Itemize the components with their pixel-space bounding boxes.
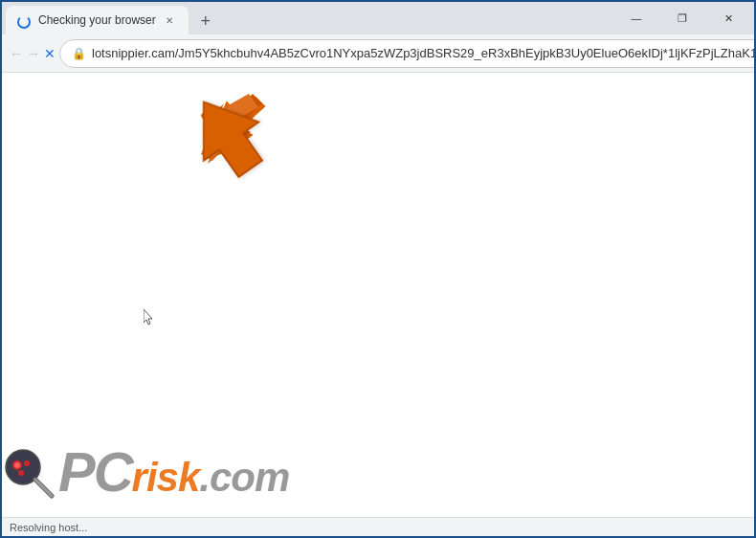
loading-spinner — [17, 15, 31, 29]
tab-close-button[interactable]: ✕ — [162, 12, 177, 28]
pcrisk-text: PC risk .com — [58, 444, 289, 500]
svg-point-5 — [24, 460, 30, 466]
new-tab-button[interactable]: + — [192, 8, 219, 34]
forward-button[interactable]: → — [27, 39, 40, 68]
risk-label: risk — [132, 458, 200, 498]
status-bar: Resolving host... — [2, 517, 754, 536]
svg-point-6 — [18, 470, 24, 476]
tab-title: Checking your browser — [38, 13, 156, 27]
tab-favicon — [17, 12, 33, 28]
browser-window: Checking your browser ✕ + — ❐ ✕ ← → ✕ 🔒 … — [2, 2, 754, 536]
lock-icon: 🔒 — [72, 47, 86, 60]
pc-label: PC — [58, 444, 132, 500]
reload-stop-button[interactable]: ✕ — [44, 39, 56, 68]
status-text: Resolving host... — [10, 522, 87, 533]
navigation-bar: ← → ✕ 🔒 lotsnippier.cam/Jm5Y5khcbuhv4AB5… — [2, 34, 754, 73]
close-button[interactable]: ✕ — [706, 2, 750, 34]
maximize-button[interactable]: ❐ — [660, 2, 704, 34]
mouse-cursor — [144, 309, 153, 325]
url-text: lotsnippier.cam/Jm5Y5khcbuhv4AB5zCvro1NY… — [92, 46, 756, 60]
svg-line-9 — [35, 480, 52, 496]
minimize-button[interactable]: — — [614, 2, 658, 34]
tabs-area: Checking your browser ✕ + — [6, 2, 607, 34]
pcrisk-watermark: PC risk .com — [2, 444, 289, 500]
back-button[interactable]: ← — [10, 39, 23, 68]
pointing-arrow — [189, 90, 270, 186]
svg-point-7 — [14, 462, 20, 468]
dotcom-label: .com — [199, 458, 289, 498]
title-bar: Checking your browser ✕ + — ❐ ✕ — [2, 2, 754, 34]
window-controls: — ❐ ✕ — [614, 2, 750, 34]
pcrisk-logo-icon — [2, 446, 55, 499]
active-tab[interactable]: Checking your browser ✕ — [6, 6, 189, 34]
address-bar[interactable]: 🔒 lotsnippier.cam/Jm5Y5khcbuhv4AB5zCvro1… — [59, 39, 756, 68]
page-content: PC risk .com — [2, 73, 754, 517]
